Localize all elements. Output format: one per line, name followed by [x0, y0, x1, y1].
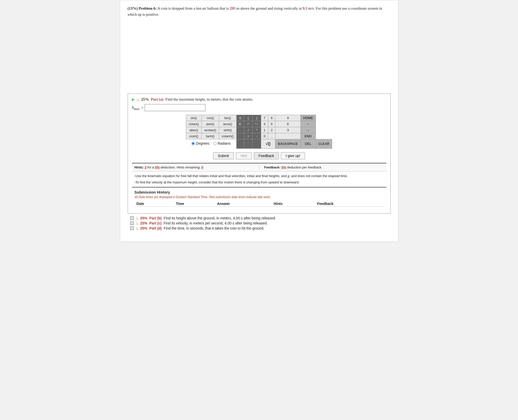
- key-close-paren[interactable]: ): [253, 115, 261, 121]
- hints-deduction[interactable]: 0%: [155, 165, 160, 169]
- checkbox-d: [130, 226, 134, 230]
- answer-row: hmax =: [132, 104, 386, 111]
- key-5[interactable]: 5: [268, 121, 275, 127]
- checkbox-b: [130, 216, 134, 220]
- key-plus[interactable]: +: [244, 133, 253, 139]
- key-down-arrow[interactable]: ^↓: [253, 121, 261, 127]
- hints-col: Hints: 2 for a 0% deduction. Hints remai…: [135, 165, 259, 169]
- key-sinh[interactable]: sinh(): [219, 127, 236, 133]
- key-empty3: [275, 133, 301, 139]
- working-area: [128, 23, 391, 93]
- key-end[interactable]: END: [300, 133, 316, 139]
- key-backspace[interactable]: BACKSPACE: [275, 139, 301, 149]
- warning-icon-b: △: [136, 216, 138, 220]
- key-asin[interactable]: asin(): [202, 121, 219, 127]
- problem-text-1: A coin is dropped from a hot-air balloon…: [157, 6, 230, 10]
- key-back-arrow[interactable]: ←: [300, 121, 316, 127]
- part-b-text: Find its height above the ground, in met…: [164, 216, 276, 220]
- key-pi[interactable]: π: [236, 115, 244, 121]
- submission-history-title: Submission History: [135, 190, 384, 194]
- key-del[interactable]: DEL: [300, 139, 316, 149]
- key-6[interactable]: 6: [275, 121, 301, 127]
- key-clear[interactable]: CLEAR: [316, 139, 332, 149]
- key-cos[interactable]: cos(): [202, 115, 219, 121]
- key-empty5: [244, 139, 253, 149]
- give-up-button[interactable]: I give up!: [281, 152, 305, 159]
- key-9[interactable]: 9: [275, 115, 301, 121]
- hint-text-1: -Use the kinematic equation for free fal…: [135, 174, 384, 179]
- key-multiply[interactable]: *: [253, 127, 261, 133]
- key-empty4: [236, 139, 244, 149]
- submission-note-text: All Date times are displayed in Eastern …: [135, 195, 208, 199]
- key-forward-arrow[interactable]: →: [300, 127, 316, 133]
- play-icon: ▶: [132, 97, 135, 102]
- radians-radio[interactable]: [213, 142, 217, 145]
- part-d-percentage: 25%: [140, 226, 147, 230]
- key-sin[interactable]: sin(): [186, 115, 201, 121]
- hints-for-text: for a: [147, 165, 155, 169]
- key-home[interactable]: HOME: [300, 115, 316, 121]
- key-sqrt[interactable]: √(): [261, 139, 275, 149]
- degrees-radio[interactable]: [191, 142, 195, 145]
- key-atan[interactable]: atan(): [186, 127, 201, 133]
- problem-text-2: m above the ground and rising vertically…: [235, 6, 302, 10]
- key-cotan[interactable]: cotan(): [186, 121, 201, 127]
- key-E[interactable]: E: [236, 121, 244, 127]
- part-b-label: Part (b): [149, 216, 162, 220]
- submission-history: Submission History All Date times are di…: [132, 187, 386, 209]
- key-empty2: [236, 133, 244, 139]
- key-acos[interactable]: acos(): [219, 121, 236, 127]
- key-minus[interactable]: -: [253, 133, 261, 139]
- part-c-percentage: 25%: [140, 221, 147, 225]
- checkbox-c: [130, 221, 134, 225]
- key-7[interactable]: 7: [261, 115, 268, 121]
- part-c-label: Part (c): [149, 221, 162, 225]
- problem-header: (13%) Problem 6: A coin is dropped from …: [128, 5, 391, 17]
- key-1[interactable]: 1: [261, 127, 268, 133]
- part-a-percentage: 25%: [141, 97, 149, 102]
- equals-sign: =: [141, 106, 143, 110]
- calculator: sin() cos() tan() π ( ) 7 8 9 HOME cotan…: [132, 115, 386, 149]
- problem-title: (13%) Problem 6:: [128, 6, 157, 10]
- part-a-header: ▶ △ 25% Part (a) Find the maximum height…: [132, 97, 386, 102]
- part-a-label: Part (a): [151, 97, 164, 102]
- radians-label[interactable]: Radians: [213, 141, 231, 145]
- warning-icon-c: △: [136, 221, 138, 225]
- key-3[interactable]: 3: [275, 127, 301, 133]
- hints-remaining[interactable]: 0: [201, 165, 203, 169]
- hints-deduction-text: deduction. Hints remaining:: [161, 165, 201, 169]
- h-label: hmax: [132, 105, 140, 111]
- col-answer: Answer: [215, 201, 272, 207]
- feedback-button[interactable]: Feedback: [254, 152, 279, 159]
- key-up-arrow[interactable]: ↑^: [244, 121, 253, 127]
- part-c-row: △ 25% Part (c) Find its velocity, in met…: [130, 221, 388, 225]
- key-open-paren[interactable]: (: [244, 115, 253, 121]
- submit-button[interactable]: Submit: [213, 152, 234, 159]
- hints-count[interactable]: 2: [145, 165, 146, 169]
- key-cosh[interactable]: cosh(): [186, 133, 201, 139]
- part-d-text: Find the time, in seconds, that it takes…: [164, 226, 264, 230]
- hint-button[interactable]: Hint: [236, 152, 252, 159]
- part-b-percentage: 25%: [140, 216, 147, 220]
- feedback-deduction[interactable]: 0%: [281, 165, 286, 169]
- key-tan[interactable]: tan(): [219, 115, 236, 121]
- answer-input[interactable]: [145, 104, 205, 111]
- feedback-label: Feedback:: [264, 165, 280, 169]
- submission-table: Date Time Answer Hints Feedback: [135, 201, 384, 207]
- key-dot[interactable]: .: [268, 133, 275, 139]
- height-value: 295: [230, 6, 236, 10]
- key-0[interactable]: 0: [261, 133, 268, 139]
- key-2[interactable]: 2: [268, 127, 275, 133]
- key-divide[interactable]: /: [244, 127, 253, 133]
- h-sub: max: [134, 107, 140, 111]
- key-empty1: [236, 127, 244, 133]
- degrees-radians-row: Degrees Radians: [186, 139, 236, 149]
- key-acotan[interactable]: acotan(): [202, 127, 219, 133]
- key-cotanh[interactable]: cotanh(): [219, 133, 236, 139]
- key-8[interactable]: 8: [268, 115, 275, 121]
- degrees-label[interactable]: Degrees: [191, 141, 209, 145]
- warning-icon-d: △: [136, 226, 138, 230]
- key-tanh[interactable]: tanh(): [202, 133, 219, 139]
- key-4[interactable]: 4: [261, 121, 268, 127]
- hint-text-2: -To find the velocity at the maximum hei…: [135, 180, 384, 185]
